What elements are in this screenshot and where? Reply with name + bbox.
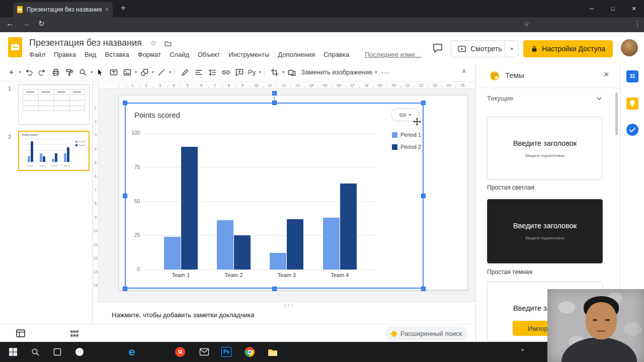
browser-tab[interactable]: Презентация без названия - Go ×: [13, 2, 113, 17]
x-axis-label: Team 4: [62, 164, 70, 167]
select-tool-button[interactable]: [94, 66, 106, 79]
caret-down-icon[interactable]: ▾: [169, 70, 171, 74]
chevron-down-icon[interactable]: [597, 97, 602, 100]
collapse-menus-icon[interactable]: ∧: [462, 67, 466, 74]
edge-icon[interactable]: e: [121, 342, 143, 362]
window-maximize-button[interactable]: □: [603, 0, 623, 17]
menu-file[interactable]: Файл: [29, 51, 45, 58]
account-avatar[interactable]: [621, 39, 638, 56]
resize-handle-e[interactable]: [421, 194, 426, 198]
grid-view-button[interactable]: [69, 329, 79, 340]
forward-icon[interactable]: →: [22, 19, 30, 28]
text-box-button[interactable]: [107, 66, 120, 79]
move-folder-icon[interactable]: [164, 40, 172, 48]
panel-scrollbar[interactable]: [615, 93, 618, 135]
resize-handle-sw[interactable]: [123, 287, 127, 291]
new-tab-button[interactable]: +: [121, 3, 126, 13]
insert-line-button[interactable]: [155, 66, 168, 79]
caret-down-icon[interactable]: ▾: [282, 70, 284, 74]
print-button[interactable]: [49, 66, 62, 79]
caret-down-icon[interactable]: ▾: [135, 70, 137, 74]
new-slide-button[interactable]: +: [5, 66, 18, 79]
format-extension-button[interactable]: Py: [247, 66, 257, 79]
undo-button[interactable]: [22, 66, 35, 79]
menu-object[interactable]: Объект: [198, 51, 220, 58]
calendar-icon[interactable]: 31: [626, 70, 638, 82]
taskbar-search-icon[interactable]: [24, 342, 46, 362]
mail-icon[interactable]: [193, 342, 215, 362]
star-doc-icon[interactable]: ☆: [150, 39, 156, 48]
reload-icon[interactable]: ↻: [38, 19, 45, 28]
filmstrip-view-button[interactable]: [15, 328, 26, 340]
speaker-notes-area[interactable]: Нажмите, чтобы добавить заметки докладчи…: [93, 302, 475, 324]
comments-icon[interactable]: [432, 42, 444, 54]
pen-button[interactable]: [179, 66, 191, 79]
replace-image-icon[interactable]: [285, 66, 298, 79]
theme-card-dark[interactable]: Введите заголовок Введите подзаголовок: [487, 199, 603, 263]
slide-2-thumbnail-selected[interactable]: Points scored Team 1Team 2Team 3Team 4 P…: [18, 131, 90, 171]
caret-down-icon[interactable]: ▾: [19, 70, 21, 74]
start-button[interactable]: [2, 342, 24, 362]
vertical-ruler[interactable]: 1234567891011121314: [93, 81, 99, 302]
resize-handle-nw[interactable]: [123, 101, 127, 105]
menu-edit[interactable]: Правка: [54, 51, 76, 58]
resize-handle-s[interactable]: [272, 287, 277, 291]
insert-shape-button[interactable]: [138, 66, 150, 79]
resize-handle-ne[interactable]: [421, 101, 426, 105]
caret-down-icon[interactable]: ▾: [259, 70, 261, 74]
doc-title[interactable]: Презентация без названия: [29, 38, 142, 48]
browser-menu-kebab-icon[interactable]: ⋮: [634, 20, 641, 28]
crop-button[interactable]: [268, 66, 281, 79]
resize-handle-se[interactable]: [421, 287, 426, 291]
explore-button[interactable]: Расширенный поиск: [385, 326, 468, 341]
present-button[interactable]: Смотреть ▾: [451, 40, 518, 57]
horizontal-ruler[interactable]: 1234567891011121314151617181920212223242…: [99, 81, 475, 89]
menu-format[interactable]: Формат: [138, 51, 161, 58]
bookmark-star-icon[interactable]: ☆: [523, 20, 530, 28]
yandex-browser-icon[interactable]: Я: [169, 342, 191, 362]
chart-object[interactable]: Points scored 0255075100Team 1Team 2Team…: [125, 103, 424, 289]
insert-link-button[interactable]: [219, 66, 232, 79]
add-comment-button[interactable]: [233, 66, 246, 79]
window-minimize-button[interactable]: ─: [582, 0, 602, 17]
menu-insert[interactable]: Вставка: [105, 51, 129, 58]
toolbar-more-button[interactable]: ···: [378, 66, 393, 79]
tab-close-icon[interactable]: ×: [105, 6, 109, 13]
tray-chevron-icon[interactable]: ^: [521, 348, 524, 354]
present-caret-icon[interactable]: ▾: [505, 41, 519, 57]
align-button[interactable]: [192, 66, 205, 79]
menu-addons[interactable]: Дополнения: [278, 51, 315, 58]
menu-tools[interactable]: Инструменты: [228, 51, 269, 58]
caret-down-icon[interactable]: ▾: [91, 70, 93, 74]
window-close-button[interactable]: ×: [624, 0, 644, 17]
menu-help[interactable]: Справка: [324, 51, 349, 58]
notes-drag-handle[interactable]: [283, 303, 294, 307]
menu-view[interactable]: Вид: [85, 51, 97, 58]
resize-handle-w[interactable]: [123, 194, 127, 198]
menu-slide[interactable]: Слайд: [170, 51, 189, 58]
redo-button[interactable]: [36, 66, 48, 79]
close-panel-icon[interactable]: ×: [604, 69, 609, 80]
rotation-handle[interactable]: [272, 91, 277, 96]
chrome-icon[interactable]: [238, 342, 261, 362]
insert-image-button[interactable]: [121, 66, 133, 79]
theme-card-light[interactable]: Введите заголовок Введите подзаголовок: [487, 117, 603, 180]
palette-icon: [489, 70, 500, 81]
replace-image-button[interactable]: Заменить изображение▾: [301, 68, 377, 76]
resize-handle-n[interactable]: [272, 101, 277, 105]
task-view-icon[interactable]: [46, 342, 68, 362]
photoshop-icon[interactable]: Ps: [215, 342, 237, 362]
caret-down-icon[interactable]: ▾: [152, 70, 154, 74]
cortana-icon[interactable]: [68, 342, 91, 362]
last-edit-link[interactable]: Последнее изме…: [365, 51, 422, 58]
tasks-icon[interactable]: [626, 124, 638, 136]
zoom-button[interactable]: [76, 66, 89, 79]
share-button[interactable]: Настройки Доступа: [523, 40, 613, 57]
paint-format-button[interactable]: [63, 66, 75, 79]
file-explorer-icon[interactable]: [262, 342, 284, 362]
keep-icon[interactable]: [626, 98, 638, 110]
slide[interactable]: Points scored 0255075100Team 1Team 2Team…: [119, 95, 468, 290]
line-spacing-button[interactable]: [206, 66, 218, 79]
slide-1-thumbnail[interactable]: [18, 84, 90, 125]
back-icon[interactable]: ←: [6, 19, 14, 28]
